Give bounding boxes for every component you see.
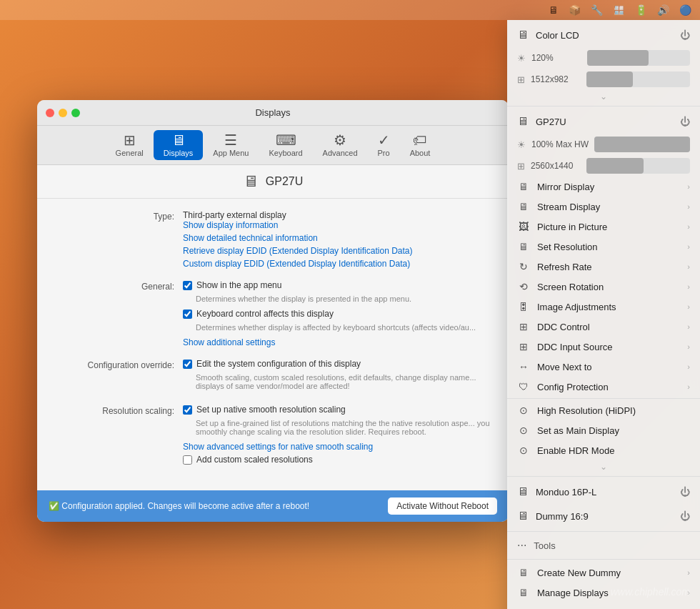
color-lcd-brightness-slider[interactable] — [587, 50, 690, 66]
ddc-control-item[interactable]: ⊞ DDC Control › — [507, 317, 700, 337]
move-next-to-item[interactable]: ↔ Move Next to › — [507, 357, 700, 377]
gp27u-power-button[interactable]: ⏻ — [680, 116, 690, 127]
tab-app-menu[interactable]: ☰ App Menu — [203, 130, 259, 160]
window-titlebar: Displays — [37, 100, 509, 126]
check4-row: Set up native smooth resolution scaling — [183, 405, 491, 415]
tools-section: ··· Tools — [507, 532, 700, 560]
refresh-rate-arrow: › — [687, 262, 690, 271]
picture-in-picture-arrow: › — [687, 222, 690, 231]
config-protection-item[interactable]: 🛡 Config Protection › — [507, 377, 700, 397]
monduo-device-row: 🖥 Monduo 16P-L ⏻ — [507, 480, 700, 504]
keyboard-icon: ⌨ — [276, 133, 296, 147]
type-label: Type: — [54, 210, 183, 222]
traffic-lights — [46, 109, 80, 117]
retrieve-edid-link[interactable]: Retrieve display EDID (Extended Display … — [183, 246, 491, 256]
battery-icon[interactable]: 🔋 — [635, 4, 647, 16]
check5-row: Add custom scaled resolutions — [183, 455, 491, 465]
set-main-display-label: Set as Main Display — [537, 425, 690, 436]
custom-scaled-checkbox[interactable] — [183, 455, 192, 465]
dropbox-icon[interactable]: 📦 — [569, 4, 581, 16]
gp27u-brightness-slider[interactable] — [594, 137, 690, 152]
screen-rotation-label: Screen Rotation — [537, 282, 680, 292]
display-selector: 🖥 GP27U — [37, 165, 509, 199]
minimize-button[interactable] — [59, 109, 67, 117]
show-detailed-tech-link[interactable]: Show detailed technical information — [183, 233, 491, 243]
separator-1 — [507, 398, 700, 399]
general-field-row: General: Show in the app menu Determines… — [54, 280, 491, 350]
color-lcd-resolution-slider[interactable] — [586, 71, 690, 87]
show-display-info-link[interactable]: Show display information — [183, 220, 491, 230]
resolution-field-row: Resolution scaling: Set up native smooth… — [54, 405, 491, 469]
tab-displays[interactable]: 🖥 Displays — [154, 130, 204, 160]
create-new-dummy-item[interactable]: 🖥 Create New Dummy › — [507, 563, 700, 583]
tab-keyboard[interactable]: ⌨ Keyboard — [259, 130, 312, 160]
additional-settings-link[interactable]: Show additional settings — [183, 337, 491, 347]
tab-advanced[interactable]: ⚙ Advanced — [313, 130, 368, 160]
general-label: General: — [54, 280, 183, 292]
gp27u-resolution-slider[interactable] — [586, 158, 690, 174]
create-new-dummy-icon: 🖥 — [517, 567, 530, 578]
gp27u-brightness-label: 100% Max HW — [531, 139, 589, 149]
tab-pro[interactable]: ✓ Pro — [368, 130, 400, 160]
set-main-display-icon: ⊙ — [517, 425, 530, 436]
bluetooth-icon[interactable]: 🔵 — [679, 4, 691, 16]
manage-displays-icon: 🖥 — [517, 587, 530, 598]
tab-general[interactable]: ⊞ General — [106, 130, 154, 160]
color-lcd-name: Color LCD — [536, 30, 673, 41]
screen-rotation-item[interactable]: ⟲ Screen Rotation › — [507, 277, 700, 297]
image-adjustments-item[interactable]: 🎛 Image Adjustments › — [507, 297, 700, 317]
check1-sub: Determines whether the display is presen… — [196, 294, 491, 303]
set-resolution-item[interactable]: 🖥 Set Resolution › — [507, 237, 700, 257]
mirror-display-item[interactable]: 🖥 Mirror Display › — [507, 177, 700, 197]
dropdown-panel: 🖥 Color LCD ⏻ ☀ 120% ⊞ 1512x982 ⌄ 🖥 GP27… — [507, 20, 700, 609]
high-resolution-item[interactable]: ⊙ High Resolution (HiDPI) — [507, 400, 700, 420]
color-lcd-power-button[interactable]: ⏻ — [680, 29, 690, 41]
set-resolution-label: Set Resolution — [537, 242, 680, 252]
resolution-value-area: Set up native smooth resolution scaling … — [183, 405, 491, 469]
fullscreen-button[interactable] — [71, 109, 80, 117]
keyboard-control-checkbox[interactable] — [183, 310, 192, 319]
screen-rotation-icon: ⟲ — [517, 281, 530, 292]
native-smooth-checkbox[interactable] — [183, 405, 192, 415]
browser-icon[interactable]: 🪟 — [613, 4, 625, 16]
dummy-name: Dummy 16:9 — [536, 511, 673, 522]
manage-dummies-item[interactable]: 🖥 Manage Dummies › — [507, 603, 700, 609]
activate-without-reboot-button[interactable]: Activate Without Reboot — [388, 497, 497, 515]
stream-display-icon: 🖥 — [517, 201, 530, 212]
show-app-menu-checkbox[interactable] — [183, 281, 192, 290]
ddc-input-source-item[interactable]: ⊞ DDC Input Source › — [507, 337, 700, 357]
color-lcd-chevron[interactable]: ⌄ — [507, 90, 700, 103]
enable-hdr-item[interactable]: ⊙ Enable HDR Mode — [507, 440, 700, 460]
gp27u-chevron[interactable]: ⌄ — [507, 460, 700, 473]
tab-about-label: About — [410, 149, 431, 157]
enable-hdr-icon: ⊙ — [517, 445, 530, 456]
app-menu-icon: ☰ — [224, 133, 237, 147]
content-area: Type: Third-party external display Show … — [37, 199, 509, 490]
close-button[interactable] — [46, 109, 54, 117]
check3-sub: Smooth scaling, custom scaled resolution… — [196, 373, 491, 390]
watermark: www.chiphell.com — [611, 586, 690, 598]
dummy-power-button[interactable]: ⏻ — [680, 510, 690, 522]
color-lcd-resolution-label: 1512x982 — [531, 74, 581, 84]
check2-sub: Determines whether display is affected b… — [196, 323, 491, 332]
custom-edid-link[interactable]: Custom display EDID (Extended Display Id… — [183, 259, 491, 269]
stream-display-item[interactable]: 🖥 Stream Display › — [507, 197, 700, 217]
monduo-power-button[interactable]: ⏻ — [680, 486, 690, 497]
monitor-icon[interactable]: 🖥 — [549, 4, 559, 16]
edit-system-config-checkbox[interactable] — [183, 360, 192, 369]
advanced-native-smooth-link[interactable]: Show advanced settings for native smooth… — [183, 442, 491, 452]
wrench-icon[interactable]: 🔧 — [591, 4, 603, 16]
enable-hdr-label: Enable HDR Mode — [537, 445, 690, 456]
additional-devices-section: 🖥 Monduo 16P-L ⏻ 🖥 Dummy 16:9 ⏻ — [507, 477, 700, 532]
refresh-rate-item[interactable]: ↻ Refresh Rate › — [507, 257, 700, 277]
speaker-icon[interactable]: 🔊 — [657, 4, 669, 16]
tab-about[interactable]: 🏷 About — [400, 130, 441, 160]
advanced-icon: ⚙ — [334, 133, 346, 147]
type-value-area: Third-party external display Show displa… — [183, 210, 491, 272]
picture-in-picture-item[interactable]: 🖼 Picture in Picture › — [507, 217, 700, 237]
check4-label: Set up native smooth resolution scaling — [196, 405, 346, 415]
general-value-area: Show in the app menu Determines whether … — [183, 280, 491, 350]
set-main-display-item[interactable]: ⊙ Set as Main Display — [507, 420, 700, 440]
color-lcd-resolution-row: ⊞ 1512x982 — [507, 69, 700, 90]
ddc-control-arrow: › — [687, 322, 690, 331]
